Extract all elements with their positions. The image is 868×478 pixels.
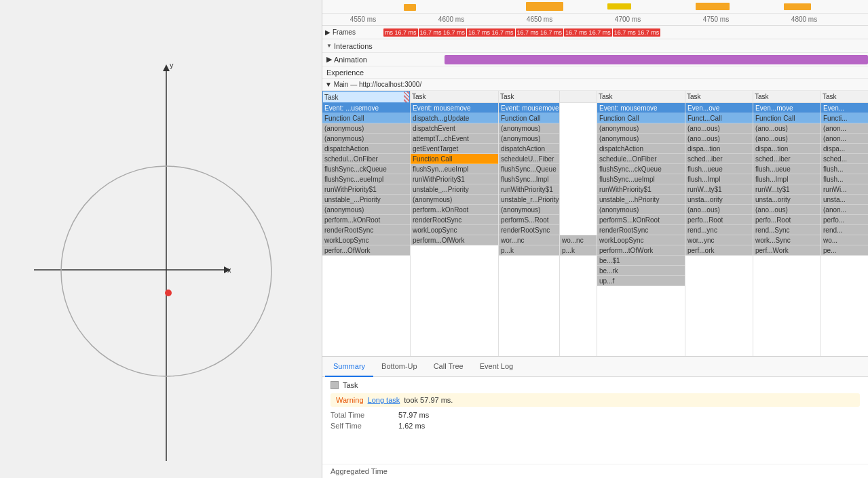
col2-entry-1[interactable]: dispatch...gUpdate (411, 113, 498, 123)
experience-row[interactable]: Experience (322, 66, 868, 79)
col2-entry-10[interactable]: perform...kOnRoot (411, 205, 498, 215)
col1-entry-13[interactable]: workLoopSync (322, 235, 410, 245)
col6-entry-7[interactable]: flush...Impl (753, 174, 820, 184)
col4-entry-2[interactable]: (anonymous) (597, 123, 685, 134)
col4-entry-4[interactable]: dispatchAction (597, 144, 685, 154)
col7-entry-14[interactable]: pe... (821, 245, 868, 256)
tab-call-tree[interactable]: Call Tree (426, 357, 472, 377)
col1-entry-12[interactable]: renderRootSync (322, 225, 410, 235)
col4-entry-10[interactable]: (anonymous) (597, 205, 685, 215)
col6-entry-10[interactable]: (ano...ous) (753, 205, 820, 215)
col6-entry-5[interactable]: sched...iber (753, 154, 820, 164)
col3-entry-14[interactable]: p...k (499, 245, 559, 256)
col4-entry-14[interactable]: perform...tOfWork (597, 245, 685, 256)
col4-entry-12[interactable]: renderRootSync (597, 225, 685, 235)
col6-entry-4[interactable]: dispa...tion (753, 144, 820, 154)
col4-entry-7[interactable]: flushSync...ueImpl (597, 174, 685, 184)
col3-entry-5[interactable]: scheduleU...Fiber (499, 154, 559, 164)
col4-entry-3[interactable]: (anonymous) (597, 134, 685, 144)
col6-entry-14[interactable]: perf...Work (753, 245, 820, 256)
col5-entry-11[interactable]: perfo...Root (685, 215, 753, 225)
frames-label[interactable]: ▶ Frames (322, 28, 383, 36)
col1-entry-9[interactable]: unstable_...Priority (322, 195, 410, 205)
col4-entry-17[interactable]: up...f (597, 276, 685, 286)
col5-entry-7[interactable]: flush...Impl (685, 174, 753, 184)
col3-entry-1[interactable]: Function Call (499, 113, 559, 123)
animation-row[interactable]: ▶ Animation (322, 53, 868, 66)
col3-entry-10[interactable]: (anonymous) (499, 205, 559, 215)
warning-link[interactable]: Long task (368, 396, 400, 404)
col7-entry-6[interactable]: flush... (821, 164, 868, 174)
col2-entry-3[interactable]: attemptT...chEvent (411, 134, 498, 144)
col4-entry-0[interactable]: Event: mousemove (597, 103, 685, 113)
col7-entry-11[interactable]: perfo... (821, 215, 868, 225)
col1-entry-11[interactable]: perform...kOnRoot (322, 215, 410, 225)
col7-entry-2[interactable]: (anon... (821, 123, 868, 134)
col3-header[interactable]: Task (499, 91, 559, 103)
col1-entry-5[interactable]: schedul...OnFiber (322, 154, 410, 164)
col3b-entry-14[interactable]: p...k (560, 245, 597, 256)
col6-header[interactable]: Task (753, 91, 820, 103)
col1-entry-1[interactable]: Function Call (322, 113, 410, 123)
col2-entry-4[interactable]: getEventTarget (411, 144, 498, 154)
col3-entry-13[interactable]: wor...nc (499, 235, 559, 245)
col4-entry-11[interactable]: performS...kOnRoot (597, 215, 685, 225)
col1-entry-7[interactable]: flushSync...eueImpl (322, 174, 410, 184)
col4-entry-16[interactable]: be...rk (597, 266, 685, 276)
col7-entry-8[interactable]: runWi... (821, 184, 868, 195)
col6-entry-8[interactable]: runW...ty$1 (753, 184, 820, 195)
col5-entry-2[interactable]: (ano...ous) (685, 123, 753, 134)
col4-entry-8[interactable]: runWithPriority$1 (597, 184, 685, 195)
col6-entry-0[interactable]: Even...move (753, 103, 820, 113)
col1-entry-0[interactable]: Event: ...usemove (322, 103, 410, 113)
col5-entry-0[interactable]: Even...ove (685, 103, 753, 113)
col5-entry-6[interactable]: flush...ueue (685, 164, 753, 174)
interactions-row[interactable]: ▼ Interactions (322, 39, 868, 53)
col2-entry-7[interactable]: runWithPriority$1 (411, 174, 498, 184)
col4-entry-9[interactable]: unstable_...hPriority (597, 195, 685, 205)
col5-header[interactable]: Task (685, 91, 753, 103)
col2-entry-6[interactable]: flushSyn...eueImpl (411, 164, 498, 174)
col2-entry-5[interactable]: Function Call (411, 154, 498, 164)
col7-entry-0[interactable]: Even... (821, 103, 868, 113)
col6-entry-11[interactable]: perfo...Root (753, 215, 820, 225)
col1-entry-8[interactable]: runWithPriority$1 (322, 184, 410, 195)
col7-entry-7[interactable]: flush... (821, 174, 868, 184)
col5-entry-1[interactable]: Funct...Call (685, 113, 753, 123)
col7-entry-1[interactable]: Functi... (821, 113, 868, 123)
col6-entry-9[interactable]: unsta...ority (753, 195, 820, 205)
col5-entry-5[interactable]: sched...iber (685, 154, 753, 164)
col1-header[interactable]: Task (322, 91, 410, 103)
col5-entry-3[interactable]: (ano...ous) (685, 134, 753, 144)
col7-entry-9[interactable]: unsta... (821, 195, 868, 205)
col3-entry-11[interactable]: performS...Root (499, 215, 559, 225)
col3-entry-7[interactable]: flushSync...Impl (499, 174, 559, 184)
col5-entry-4[interactable]: dispa...tion (685, 144, 753, 154)
col3-entry-9[interactable]: unstable_r...Priority (499, 195, 559, 205)
col4-entry-13[interactable]: workLoopSync (597, 235, 685, 245)
col6-entry-13[interactable]: work...Sync (753, 235, 820, 245)
col6-entry-1[interactable]: Function Call (753, 113, 820, 123)
col2-entry-13[interactable]: perform...OfWork (411, 235, 498, 245)
col3-entry-8[interactable]: runWithPriority$1 (499, 184, 559, 195)
col7-entry-12[interactable]: rend... (821, 225, 868, 235)
tab-bottom-up[interactable]: Bottom-Up (373, 357, 426, 377)
tab-event-log[interactable]: Event Log (472, 357, 522, 377)
col4-entry-1[interactable]: Function Call (597, 113, 685, 123)
col3-entry-4[interactable]: dispatchAction (499, 144, 559, 154)
tab-summary[interactable]: Summary (325, 357, 373, 377)
col3b-entry-13[interactable]: wo...nc (560, 235, 597, 245)
col7-entry-10[interactable]: (anon... (821, 205, 868, 215)
col7-entry-4[interactable]: dispa... (821, 144, 868, 154)
col1-entry-3[interactable]: (anonymous) (322, 134, 410, 144)
col7-entry-3[interactable]: (anon... (821, 134, 868, 144)
col7-entry-5[interactable]: sched... (821, 154, 868, 164)
col1-entry-10[interactable]: (anonymous) (322, 205, 410, 215)
col2-entry-12[interactable]: workLoopSync (411, 225, 498, 235)
col1-entry-2[interactable]: (anonymous) (322, 123, 410, 134)
col7-entry-13[interactable]: wo... (821, 235, 868, 245)
col6-entry-3[interactable]: (ano...ous) (753, 134, 820, 144)
col4-entry-5[interactable]: schedule...OnFiber (597, 154, 685, 164)
col1-entry-4[interactable]: dispatchAction (322, 144, 410, 154)
col3-entry-2[interactable]: (anonymous) (499, 123, 559, 134)
